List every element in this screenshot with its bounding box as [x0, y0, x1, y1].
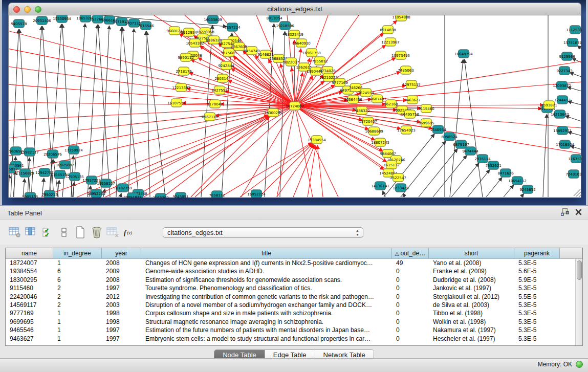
cell-name[interactable]: 22420046 [6, 293, 53, 301]
graph-node[interactable]: 15751074 [563, 38, 582, 47]
cell-name[interactable]: 9465546 [6, 326, 53, 334]
graph-node[interactable]: 9463627 [404, 96, 420, 104]
cell-title[interactable]: Corpus callosum shape and size in male p… [141, 309, 392, 317]
graph-node[interactable]: 11054808 [392, 15, 410, 21]
graph-node[interactable]: 11156829 [16, 169, 34, 177]
graph-node[interactable]: 2563763 [153, 193, 168, 198]
cell-year[interactable]: 2008 [102, 276, 141, 284]
delete-rows-icon[interactable] [89, 225, 104, 240]
column-header-short[interactable]: short [429, 248, 514, 258]
graph-node[interactable]: 7955812 [312, 57, 328, 65]
table-row[interactable]: 1872400712008Changes of HCN gene express… [6, 259, 582, 267]
cell-title[interactable]: Embryonic stem cells: a model to study s… [141, 335, 392, 343]
cell-pagerank[interactable]: 5.9E-5 [514, 276, 560, 284]
column-header-in_degree[interactable]: in_degree [53, 248, 102, 258]
cell-pagerank[interactable]: 5.3E-5 [514, 259, 560, 267]
cell-pagerank[interactable]: 5.3E-5 [514, 335, 560, 343]
cell-in_degree[interactable]: 1 [53, 335, 102, 343]
graph-node[interactable]: 2718176 [176, 67, 192, 75]
cell-year[interactable]: 1997 [102, 284, 141, 292]
vertical-scrollbar[interactable] [575, 259, 582, 345]
cell-name[interactable]: 14569117 [6, 301, 53, 309]
graph-node[interactable]: 9245051 [172, 192, 188, 198]
cell-year[interactable]: 1997 [102, 326, 141, 334]
graph-node[interactable]: 7658112 [209, 191, 225, 198]
graph-node[interactable]: 20931406 [33, 16, 51, 25]
cell-title[interactable]: Structural magnetic resonance image aver… [141, 318, 392, 326]
graph-node[interactable]: 16210643 [551, 110, 569, 118]
graph-node[interactable]: 12213967 [381, 38, 400, 46]
cell-out_de[interactable]: 0 [392, 293, 429, 301]
cell-name[interactable]: 9463627 [6, 335, 53, 343]
graph-node[interactable]: 9170042 [207, 100, 223, 108]
graph-node[interactable]: 16640910 [292, 39, 311, 47]
close-panel-icon[interactable] [575, 209, 582, 215]
cell-name[interactable]: 18724007 [6, 259, 53, 267]
cell-name[interactable]: 18300295 [6, 276, 53, 284]
graph-node[interactable]: 1733426 [393, 184, 409, 192]
graph-node[interactable]: 9129966 [559, 52, 575, 60]
cell-pagerank[interactable]: 5.3E-5 [514, 309, 560, 317]
graph-node[interactable]: 15330954 [53, 15, 71, 23]
table-selector-dropdown[interactable]: citations_edges.txt ▲▼ [163, 227, 363, 238]
table-panel-header[interactable]: Table Panel [0, 206, 588, 220]
graph-node[interactable]: 19218596 [276, 21, 294, 30]
graph-node[interactable]: 8912954 [181, 28, 197, 36]
graph-node[interactable]: 8813054 [266, 15, 282, 22]
graph-node[interactable]: 9245652 [519, 185, 535, 193]
cell-out_de[interactable]: 0 [392, 326, 429, 334]
cell-out_de[interactable]: 0 [392, 284, 429, 292]
cell-year[interactable]: 2003 [102, 301, 141, 309]
graph-node[interactable]: 9227343 [556, 67, 572, 75]
cell-in_degree[interactable]: 1 [53, 259, 102, 267]
table-row[interactable]: 977716911998Corpus callosum shape and si… [6, 309, 582, 317]
cell-in_degree[interactable]: 1 [53, 309, 102, 317]
graph-node[interactable]: 17016504 [556, 140, 574, 148]
graph-node[interactable]: 7990213 [41, 190, 57, 198]
table-row[interactable]: 2242004622012Investigating the contribut… [6, 293, 582, 301]
graph-node[interactable]: 16648794 [454, 50, 473, 58]
window-titlebar[interactable]: citations_edges.txt [8, 3, 581, 15]
column-header-title[interactable]: title [141, 248, 392, 258]
graph-node[interactable]: 12093872 [553, 81, 571, 90]
graph-node[interactable]: 9405578 [11, 19, 27, 28]
graph-node[interactable]: 16033809 [204, 15, 222, 24]
cell-out_de[interactable]: 0 [392, 309, 429, 317]
graph-node[interactable]: 14136141 [371, 182, 389, 190]
cell-short[interactable]: Hescheler et al. (1997) [429, 335, 514, 343]
cell-pagerank[interactable]: 5.3E-5 [514, 284, 560, 292]
graph-node[interactable]: 15892971 [553, 126, 572, 135]
new-table-icon[interactable] [73, 225, 88, 240]
graph-node[interactable]: 8471626 [497, 169, 514, 177]
cell-name[interactable]: 9115460 [6, 284, 53, 292]
table-row[interactable]: 946554611997Estimation of the future num… [6, 326, 582, 334]
cell-pagerank[interactable]: 5.6E-5 [514, 267, 560, 275]
table-row[interactable]: 946362711997Embryonic stem cells: a mode… [6, 335, 582, 343]
graph-node[interactable]: 7632621 [485, 161, 501, 169]
graph-node[interactable]: 9699695 [418, 119, 434, 127]
graph-node[interactable]: 9660124 [166, 27, 183, 35]
row-select-icon[interactable]: ✔✔ [40, 225, 55, 240]
column-header-year[interactable]: year [102, 248, 141, 258]
graph-node[interactable]: 11125331 [566, 26, 582, 34]
network-canvas[interactable]: 9405578209314061533095410653287152760769… [8, 15, 581, 198]
row-height-icon[interactable] [56, 225, 72, 240]
graph-node[interactable]: 17654923 [397, 126, 416, 134]
graph-node[interactable]: 16961758 [302, 49, 321, 57]
graph-node[interactable]: 19384554 [308, 136, 326, 144]
graph-node[interactable]: 12975115 [402, 80, 421, 89]
cell-year[interactable]: 1998 [102, 309, 141, 317]
cell-year[interactable]: 1998 [102, 318, 141, 326]
graph-node[interactable]: 10688609 [365, 127, 383, 135]
scrollbar-thumb[interactable] [577, 260, 582, 280]
cell-in_degree[interactable]: 2 [53, 301, 102, 309]
cell-name[interactable]: 19384554 [6, 267, 53, 275]
float-panel-icon[interactable] [561, 208, 569, 216]
graph-node[interactable]: 16107554 [167, 99, 186, 107]
column-header-out_de[interactable]: △out_de… [392, 248, 429, 258]
cell-pagerank[interactable]: 5.5E-5 [514, 293, 560, 301]
graph-node[interactable]: 10654112 [508, 177, 527, 185]
cell-pagerank[interactable]: 5.3E-5 [514, 301, 560, 309]
cell-short[interactable]: Franke et al. (2009) [429, 267, 514, 275]
graph-node[interactable]: 17359924 [64, 146, 83, 154]
